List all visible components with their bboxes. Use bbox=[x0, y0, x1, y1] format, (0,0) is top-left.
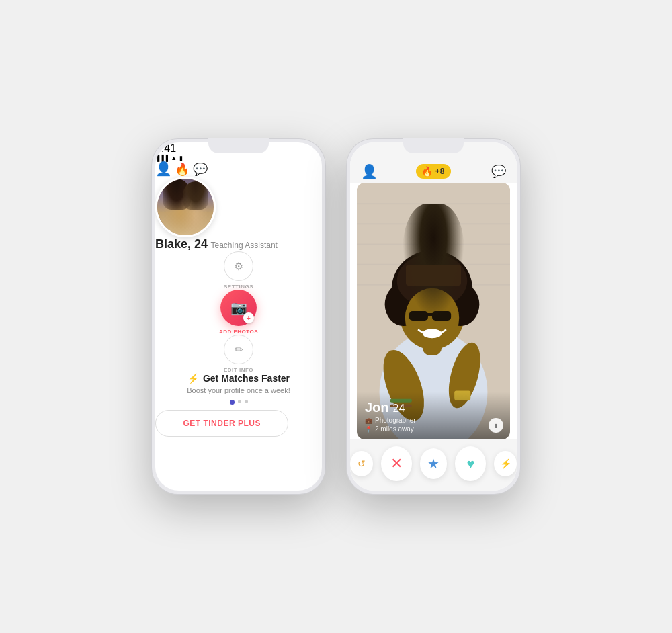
distance-text: 2 miles away bbox=[375, 425, 414, 433]
chat-icon-2[interactable]: 💬 bbox=[491, 164, 506, 179]
card-name: Jon 24 bbox=[365, 400, 502, 415]
avatar-image bbox=[157, 179, 214, 235]
carousel-dots bbox=[230, 400, 248, 405]
person-name: Jon bbox=[365, 400, 389, 415]
card-job: 💼 Photographer bbox=[365, 417, 502, 424]
phone-profile: 9:41 ▐▐▐ ▲ ▮ 👤 🔥 💬 Blake, 24 Teachin bbox=[151, 138, 326, 495]
like-button[interactable]: ♥ bbox=[455, 446, 486, 481]
svg-rect-4 bbox=[357, 264, 510, 265]
status-time: 9:41 bbox=[155, 142, 176, 154]
settings-label: SETTINGS bbox=[224, 284, 253, 290]
job-text: Photographer bbox=[375, 417, 416, 424]
edit-info-button[interactable]: ✏ EDIT INFO bbox=[155, 335, 322, 373]
profile-nav-icon[interactable]: 👤 bbox=[155, 161, 172, 176]
svg-rect-16 bbox=[427, 313, 433, 316]
boost-button[interactable]: ⚡ bbox=[494, 451, 517, 476]
dot-2 bbox=[238, 400, 241, 403]
badge-count: +8 bbox=[435, 167, 445, 176]
nope-button[interactable]: ✕ bbox=[381, 446, 412, 481]
tinder-flame-icon[interactable]: 🔥 bbox=[175, 163, 190, 176]
add-badge: + bbox=[243, 312, 254, 323]
svg-rect-15 bbox=[432, 311, 451, 321]
settings-icon-circle: ⚙ bbox=[224, 251, 253, 281]
status-icons: ▐▐▐ ▲ ▮ bbox=[155, 155, 322, 161]
add-photos-label: ADD PHOTOS bbox=[219, 329, 258, 335]
svg-point-12 bbox=[397, 254, 468, 308]
add-photos-button[interactable]: 📷 + ADD PHOTOS bbox=[155, 290, 322, 335]
phone-screen: 9:41 ▐▐▐ ▲ ▮ 👤 🔥 💬 Blake, 24 Teachin bbox=[155, 142, 322, 491]
phone-screen-2: 👤 🔥 +8 💬 bbox=[350, 142, 517, 491]
profile-section: Blake, 24 Teaching Assistant bbox=[155, 177, 322, 251]
bolt-icon: ⚡ bbox=[187, 373, 199, 384]
edit-info-label: EDIT INFO bbox=[224, 367, 253, 373]
profile-name: Blake, 24 bbox=[155, 237, 208, 251]
phone-notch bbox=[208, 138, 269, 153]
boost-subtitle: Boost your profile once a week! bbox=[187, 386, 290, 394]
location-icon: 📍 bbox=[365, 426, 372, 433]
wifi-icon: ▲ bbox=[171, 155, 177, 161]
boost-title: ⚡ Get Matches Faster bbox=[187, 373, 290, 384]
dot-3 bbox=[245, 400, 248, 403]
phones-container: 9:41 ▐▐▐ ▲ ▮ 👤 🔥 💬 Blake, 24 Teachin bbox=[151, 138, 521, 495]
info-button[interactable]: i bbox=[489, 418, 503, 433]
phone-notch-2 bbox=[403, 138, 464, 153]
signal-icon: ▐▐▐ bbox=[155, 155, 168, 161]
edit-icon-circle: ✏ bbox=[224, 335, 253, 364]
bottom-section: ⚡ Get Matches Faster Boost your profile … bbox=[155, 373, 322, 437]
action-buttons-2: ↺ ✕ ★ ♥ ⚡ bbox=[350, 439, 517, 491]
get-plus-label: GET TINDER PLUS bbox=[183, 419, 261, 428]
chat-icon[interactable]: 💬 bbox=[193, 163, 208, 176]
pencil-icon: ✏ bbox=[235, 343, 243, 356]
swipe-card[interactable]: Jon 24 💼 Photographer 📍 2 miles away bbox=[357, 183, 510, 439]
action-buttons: ⚙ SETTINGS 📷 + ADD PHOTOS ✏ EDIT INFO bbox=[155, 251, 322, 373]
svg-rect-2 bbox=[357, 223, 510, 224]
tinder-badge[interactable]: 🔥 +8 bbox=[416, 164, 452, 179]
svg-rect-14 bbox=[409, 311, 428, 321]
flame-icon: 🔥 bbox=[421, 166, 433, 177]
briefcase-icon: 💼 bbox=[365, 417, 372, 424]
phone-discover: 👤 🔥 +8 💬 bbox=[346, 138, 521, 495]
rewind-button[interactable]: ↺ bbox=[350, 451, 373, 476]
top-bar: 👤 🔥 💬 bbox=[155, 161, 322, 177]
profile-job: Teaching Assistant bbox=[211, 241, 278, 250]
battery-icon: ▮ bbox=[179, 155, 183, 161]
get-tinder-plus-button[interactable]: GET TINDER PLUS bbox=[155, 410, 288, 437]
profile-icon-2[interactable]: 👤 bbox=[361, 164, 376, 179]
svg-rect-1 bbox=[357, 203, 510, 204]
card-details: 💼 Photographer 📍 2 miles away bbox=[365, 417, 502, 433]
superlike-button[interactable]: ★ bbox=[420, 448, 448, 479]
card-distance: 📍 2 miles away bbox=[365, 425, 502, 433]
svg-rect-3 bbox=[357, 243, 510, 245]
settings-button[interactable]: ⚙ SETTINGS bbox=[155, 251, 322, 290]
svg-rect-5 bbox=[357, 284, 510, 286]
avatar[interactable] bbox=[155, 177, 216, 237]
add-photos-icon-circle: 📷 + bbox=[220, 290, 257, 326]
person-age: 24 bbox=[393, 403, 405, 415]
card-info: Jon 24 💼 Photographer 📍 2 miles away bbox=[357, 392, 510, 439]
dot-1 bbox=[230, 400, 235, 405]
svg-point-17 bbox=[423, 329, 442, 338]
gear-icon: ⚙ bbox=[234, 260, 243, 273]
boost-title-text: Get Matches Faster bbox=[203, 373, 290, 384]
boost-card: ⚡ Get Matches Faster Boost your profile … bbox=[155, 373, 322, 405]
